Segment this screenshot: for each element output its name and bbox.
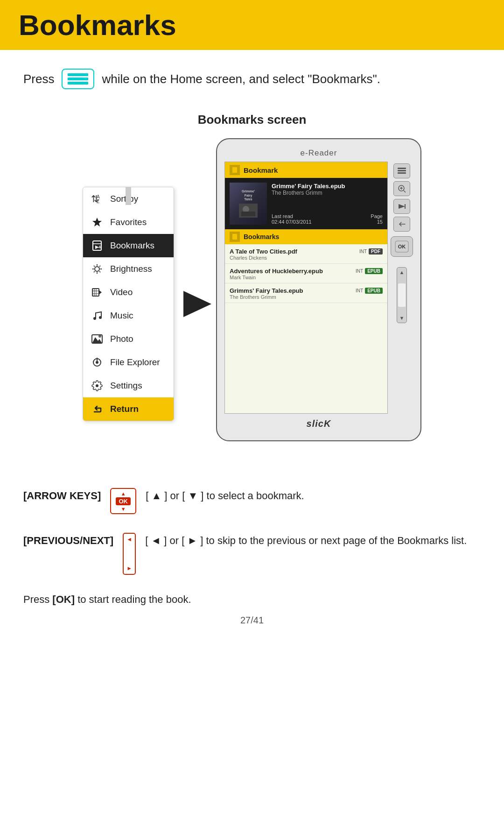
sidebar-item-label: Brightness xyxy=(110,264,152,274)
sidebar-item-favorites[interactable]: Favorites xyxy=(83,211,174,234)
side-menu-tab xyxy=(126,187,131,205)
list-item[interactable]: A Tale of Two Cities.pdf INT PDF Charles… xyxy=(225,244,387,264)
svg-point-31 xyxy=(96,361,98,364)
list-item[interactable]: Adventures of Huckleberry.epub INT EPUB … xyxy=(225,264,387,283)
list-item[interactable]: Grimms' Fairy Tales.epub INT EPUB The Br… xyxy=(225,283,387,303)
ereader-screen: Bookmark Grimme'FairyTales xyxy=(224,162,388,414)
sidebar-item-label: Return xyxy=(110,404,139,414)
settings-icon xyxy=(91,379,104,392)
svg-rect-38 xyxy=(232,234,237,240)
er-btn-menu[interactable] xyxy=(393,163,410,178)
ereader-screen-wrapper: Bookmark Grimme'FairyTales xyxy=(224,162,413,414)
er-btn-back[interactable] xyxy=(393,217,410,232)
svg-rect-0 xyxy=(68,73,88,76)
sidebar-item-music[interactable]: Music xyxy=(83,304,174,327)
music-icon xyxy=(91,309,104,322)
last-read-value: 02:44 07/03/2011 xyxy=(272,219,312,225)
page-title: Bookmarks xyxy=(19,8,485,42)
book-item-author: Mark Twain xyxy=(230,275,383,280)
ereader-scroll[interactable]: ▲ ▼ xyxy=(397,267,407,323)
page-number: 27/41 xyxy=(0,615,504,635)
sidebar-item-label: Video xyxy=(110,287,133,297)
instructions: [ARROW KEYS] ▲ OK ▼ [ ▲ ] or [ ▼ ] to se… xyxy=(0,488,504,575)
prev-next-label: [PREVIOUS/NEXT] xyxy=(23,535,113,547)
book-cover: Grimme'FairyTales xyxy=(230,183,267,225)
sidebar-item-label: Music xyxy=(110,311,133,321)
star-icon xyxy=(91,216,104,229)
page-label: Page xyxy=(371,213,383,219)
intro-prefix: Press xyxy=(23,72,54,86)
sidebar-item-return[interactable]: Return xyxy=(83,397,174,421)
return-icon xyxy=(91,403,104,416)
featured-book: Grimme'FairyTales Grimme' Fairy Tales.ep… xyxy=(225,178,387,229)
featured-book-author: The Brothers Grimm xyxy=(272,190,383,196)
section-title: Bookmarks screen xyxy=(23,113,481,127)
bookmark-bar: Bookmark xyxy=(225,162,387,178)
file-explorer-icon xyxy=(91,356,104,369)
ereader-device: e-Reader Bookmark xyxy=(216,138,421,441)
book-item-tags: INT PDF xyxy=(359,248,383,254)
sidebar-item-photo[interactable]: Photo xyxy=(83,327,174,351)
svg-line-17 xyxy=(99,265,100,266)
svg-line-15 xyxy=(94,265,95,266)
sidebar-item-video[interactable]: Video xyxy=(83,281,174,304)
page-value: 15 xyxy=(371,219,383,225)
book-item-title: Adventures of Huckleberry.epub xyxy=(230,268,356,275)
sidebar-item-label: Sort by xyxy=(110,194,138,204)
arrow-keys-text: [ ▲ ] or [ ▼ ] to select a bookmark. xyxy=(146,488,304,503)
sidebar-item-label: Settings xyxy=(110,381,142,391)
book-item-tags: INT EPUB xyxy=(356,288,383,294)
svg-marker-46 xyxy=(399,204,405,209)
book-item-title: Grimms' Fairy Tales.epub xyxy=(230,287,356,294)
video-icon xyxy=(91,286,104,299)
scroll-up-arrow[interactable]: ▲ xyxy=(399,269,405,275)
er-btn-zoom[interactable] xyxy=(393,181,410,196)
tag-format: PDF xyxy=(369,248,383,254)
svg-marker-27 xyxy=(92,337,102,343)
sidebar-item-label: Photo xyxy=(110,334,133,344)
tag-int: INT xyxy=(356,288,363,293)
er-btn-ok[interactable]: OK xyxy=(391,236,413,257)
bookmark-bar-icon xyxy=(230,165,240,175)
svg-text:Z: Z xyxy=(97,199,99,204)
book-item-author: Charles Dickens xyxy=(230,255,383,261)
svg-rect-36 xyxy=(241,212,255,216)
bookmarks-section-bar: Bookmarks xyxy=(225,229,387,244)
arrow-right xyxy=(183,291,211,317)
featured-book-title: Grimme' Fairy Tales.epub xyxy=(272,183,383,190)
tag-int: INT xyxy=(359,249,367,254)
arrow-keys-label: [ARROW KEYS] xyxy=(23,490,101,502)
svg-rect-2 xyxy=(68,82,88,85)
book-item-header: Grimms' Fairy Tales.epub INT EPUB xyxy=(230,287,383,294)
svg-line-18 xyxy=(94,271,95,272)
arrow-container xyxy=(174,291,216,317)
page-content: Press while on the Home screen, and sele… xyxy=(0,50,504,488)
sidebar-item-brightness[interactable]: Brightness xyxy=(83,257,174,281)
sidebar-item-settings[interactable]: Settings xyxy=(83,374,174,397)
bookmarks-section-title: Bookmarks xyxy=(244,233,279,240)
svg-point-25 xyxy=(93,317,96,320)
tag-format: EPUB xyxy=(365,268,383,274)
ereader-label: e-Reader xyxy=(301,148,337,158)
sidebar-item-label: File Explorer xyxy=(110,357,160,368)
diagram-area: ⇅ A Z Sort by Favorites xyxy=(23,138,481,441)
sidebar-item-bookmarks[interactable]: ▶4 Bookmarks xyxy=(83,234,174,257)
svg-text:▶4: ▶4 xyxy=(95,245,101,249)
prev-next-text: [ ◄ ] or [ ► ] to skip to the previous o… xyxy=(145,533,467,548)
photo-icon xyxy=(91,332,104,346)
book-item-author: The Brothers Grimm xyxy=(230,294,383,300)
book-item-tags: INT EPUB xyxy=(356,268,383,274)
svg-line-43 xyxy=(404,191,406,192)
ok-button-icon: ▲ OK ▼ xyxy=(110,488,136,514)
sidebar-item-file-explorer[interactable]: File Explorer xyxy=(83,351,174,374)
ereader-right-buttons: OK ▲ ▼ xyxy=(391,162,413,414)
svg-line-16 xyxy=(99,271,100,272)
svg-point-35 xyxy=(243,206,249,212)
scroll-nav-icon: ◄ ► xyxy=(123,533,136,575)
svg-rect-39 xyxy=(398,168,406,169)
er-btn-play[interactable] xyxy=(393,199,410,214)
svg-rect-34 xyxy=(232,167,237,173)
page-header: Bookmarks xyxy=(0,0,504,50)
scroll-down-arrow[interactable]: ▼ xyxy=(399,315,405,321)
instruction-row-prev-next: [PREVIOUS/NEXT] ◄ ► [ ◄ ] or [ ► ] to sk… xyxy=(23,533,481,575)
